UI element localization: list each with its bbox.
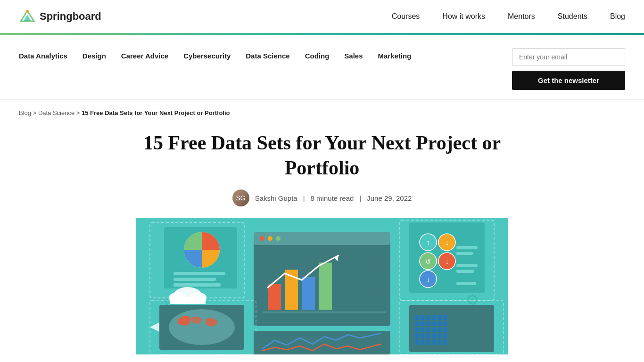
nav-how-it-works[interactable]: How it works: [442, 12, 485, 20]
category-coding[interactable]: Coding: [305, 52, 330, 60]
category-data-analytics[interactable]: Data Analytics: [19, 52, 67, 60]
nav-blog[interactable]: Blog: [610, 12, 625, 20]
hero-illustration-svg: ↑ ↓ ↺ ↓ ↓ ⚙ ⚙ ⚙: [136, 218, 508, 354]
category-nav: Data Analytics Design Career Advice Cybe…: [19, 48, 411, 60]
newsletter-email-input[interactable]: [512, 48, 625, 66]
svg-text:👤👤👤👤👤👤: 👤👤👤👤👤👤: [414, 314, 448, 321]
category-data-science[interactable]: Data Science: [246, 52, 289, 60]
svg-rect-34: [456, 264, 478, 267]
secondary-navigation: Data Analytics Design Career Advice Cybe…: [0, 35, 644, 100]
category-design[interactable]: Design: [83, 52, 106, 60]
breadcrumb-separator-1: >: [33, 109, 38, 116]
nav-mentors[interactable]: Mentors: [508, 12, 535, 20]
nav-courses[interactable]: Courses: [392, 12, 420, 20]
category-career-advice[interactable]: Career Advice: [121, 52, 168, 60]
svg-rect-8: [173, 283, 221, 287]
read-time: 8 minute read: [311, 194, 354, 202]
article-meta: SG Sakshi Gupta | 8 minute read | June 2…: [138, 189, 506, 206]
svg-rect-18: [319, 263, 332, 310]
svg-rect-11: [254, 232, 390, 245]
svg-text:⚙: ⚙: [475, 236, 486, 248]
breadcrumb: Blog > Data Science > 15 Free Data Sets …: [0, 100, 644, 121]
category-marketing[interactable]: Marketing: [378, 52, 412, 60]
svg-point-12: [260, 236, 264, 241]
article-header: 15 Free Data Sets for Your Next Project …: [119, 121, 525, 218]
author-avatar-image: SG: [232, 189, 249, 206]
svg-point-2: [26, 10, 29, 13]
svg-point-14: [276, 236, 281, 241]
svg-text:↑: ↑: [426, 239, 430, 247]
nav-students[interactable]: Students: [558, 12, 587, 20]
svg-rect-35: [456, 270, 474, 273]
svg-rect-15: [268, 284, 281, 310]
svg-text:👤👤👤👤👤👤: 👤👤👤👤👤👤: [414, 333, 448, 339]
svg-rect-7: [173, 278, 216, 281]
main-nav-links: Courses How it works Mentors Students Bl…: [392, 12, 625, 21]
article-title: 15 Free Data Sets for Your Next Project …: [138, 131, 506, 180]
svg-rect-36: [456, 282, 476, 285]
svg-rect-32: [456, 246, 478, 249]
svg-text:👤👤👤👤👤👤: 👤👤👤👤👤👤: [414, 321, 448, 327]
svg-rect-45: [254, 331, 390, 354]
breadcrumb-current: 15 Free Data Sets for Your Next Project …: [82, 109, 230, 116]
breadcrumb-data-science[interactable]: Data Science: [38, 109, 74, 116]
author-avatar: SG: [232, 189, 249, 206]
svg-rect-57: [170, 297, 206, 304]
svg-text:↺: ↺: [425, 258, 431, 265]
svg-text:↓: ↓: [445, 257, 449, 265]
breadcrumb-blog[interactable]: Blog: [19, 109, 31, 116]
category-cybersecurity[interactable]: Cybersecurity: [183, 52, 231, 60]
svg-text:👤👤👤👤👤👤: 👤👤👤👤👤👤: [414, 327, 448, 333]
svg-text:↓: ↓: [426, 275, 430, 283]
hero-image: ↑ ↓ ↺ ↓ ↓ ⚙ ⚙ ⚙: [136, 218, 508, 354]
svg-rect-33: [456, 252, 473, 255]
breadcrumb-separator-2: >: [76, 109, 82, 116]
svg-point-42: [169, 309, 235, 345]
newsletter-submit-button[interactable]: Get the newsletter: [512, 71, 625, 90]
top-navigation: Springboard Courses How it works Mentors…: [0, 0, 644, 33]
meta-separator-2: |: [359, 194, 361, 202]
svg-rect-6: [173, 272, 225, 275]
author-name: Sakshi Gupta: [255, 194, 297, 202]
category-sales[interactable]: Sales: [344, 52, 363, 60]
svg-text:👤👤👤👤👤👤: 👤👤👤👤👤👤: [414, 339, 448, 345]
logo-text: Springboard: [40, 10, 101, 23]
svg-point-13: [268, 236, 272, 241]
newsletter-widget: Get the newsletter: [512, 48, 625, 90]
svg-rect-17: [302, 277, 315, 310]
springboard-logo-icon: [19, 8, 36, 25]
publish-date: June 29, 2022: [367, 194, 412, 202]
meta-separator-1: |: [303, 194, 305, 202]
svg-text:↓: ↓: [445, 239, 449, 247]
logo[interactable]: Springboard: [19, 8, 101, 25]
